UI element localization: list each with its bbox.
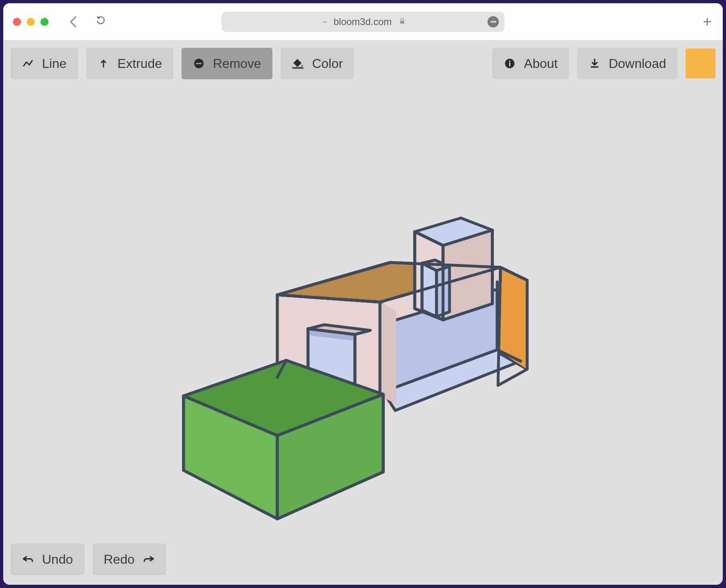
svg-marker-19: [277, 262, 500, 302]
traffic-lights: [13, 18, 49, 26]
button-label: Undo: [42, 552, 73, 567]
app-viewport[interactable]: Line Extrude Remove Color: [3, 40, 723, 585]
arrow-up-icon: [97, 57, 110, 70]
close-window-button[interactable]: [13, 18, 21, 26]
color-tool-button[interactable]: Color: [281, 48, 354, 79]
svg-marker-9: [383, 350, 521, 410]
extrude-tool-button[interactable]: Extrude: [86, 48, 173, 79]
redo-icon: [143, 553, 155, 565]
svg-marker-31: [422, 260, 450, 271]
minimize-window-button[interactable]: [27, 18, 35, 26]
info-icon: [504, 57, 516, 70]
svg-line-47: [277, 360, 286, 377]
tool-label: Remove: [213, 56, 261, 71]
svg-marker-15: [380, 302, 396, 412]
remove-icon: [193, 57, 205, 70]
browser-titlebar: bloom3d.com ••• +: [3, 3, 723, 40]
svg-marker-34: [443, 230, 492, 320]
site-favicon: [320, 17, 329, 27]
svg-marker-13: [497, 280, 527, 369]
tool-label: Extrude: [118, 56, 162, 71]
svg-rect-7: [591, 66, 598, 68]
3d-canvas: [3, 40, 723, 585]
download-icon: [589, 57, 601, 70]
paint-bucket-icon: [292, 57, 304, 70]
url-text: bloom3d.com: [333, 16, 392, 27]
top-toolbar: Line Extrude Remove Color: [11, 48, 715, 79]
remove-tool-button[interactable]: Remove: [182, 48, 272, 79]
svg-marker-23: [308, 329, 355, 341]
svg-marker-11: [380, 302, 396, 333]
undo-button[interactable]: Undo: [11, 544, 84, 575]
undo-icon: [22, 553, 34, 565]
redo-button[interactable]: Redo: [93, 544, 167, 575]
reload-button[interactable]: [95, 15, 106, 28]
svg-rect-0: [400, 21, 404, 23]
current-color-swatch[interactable]: [686, 49, 715, 78]
svg-marker-20: [277, 262, 405, 305]
about-button[interactable]: About: [492, 48, 569, 79]
svg-marker-14: [498, 267, 527, 385]
svg-marker-41: [277, 394, 383, 519]
svg-marker-29: [415, 218, 492, 245]
svg-rect-3: [292, 67, 304, 68]
svg-marker-10: [380, 267, 527, 320]
svg-marker-17: [314, 321, 351, 377]
svg-marker-12: [500, 267, 527, 369]
svg-marker-27: [380, 302, 396, 404]
svg-marker-8: [383, 282, 497, 392]
new-tab-button[interactable]: +: [703, 13, 711, 30]
svg-marker-43: [277, 394, 383, 519]
svg-marker-30: [422, 263, 437, 317]
download-button[interactable]: Download: [577, 48, 677, 79]
svg-marker-24: [308, 325, 370, 334]
svg-rect-6: [509, 63, 510, 66]
svg-rect-2: [196, 63, 202, 64]
back-button[interactable]: [69, 16, 78, 28]
button-label: About: [524, 56, 558, 71]
line-tool-button[interactable]: Line: [11, 48, 78, 79]
more-icon[interactable]: •••: [488, 16, 499, 27]
svg-marker-22: [308, 329, 355, 389]
svg-point-5: [509, 61, 511, 62]
tool-label: Color: [312, 56, 343, 71]
bottom-toolbar: Undo Redo: [11, 544, 166, 575]
url-bar[interactable]: bloom3d.com •••: [222, 12, 504, 32]
tool-label: Line: [42, 56, 67, 71]
browser-window: bloom3d.com ••• + Line Extrude: [3, 3, 723, 585]
line-icon: [22, 57, 34, 70]
svg-marker-39: [184, 360, 383, 436]
button-label: Redo: [104, 552, 135, 567]
svg-marker-35: [437, 267, 450, 317]
maximize-window-button[interactable]: [40, 18, 49, 26]
svg-marker-40: [184, 396, 277, 519]
svg-marker-18: [314, 365, 364, 386]
lock-icon: [398, 16, 406, 27]
svg-marker-21: [277, 262, 391, 295]
button-label: Download: [609, 56, 666, 71]
